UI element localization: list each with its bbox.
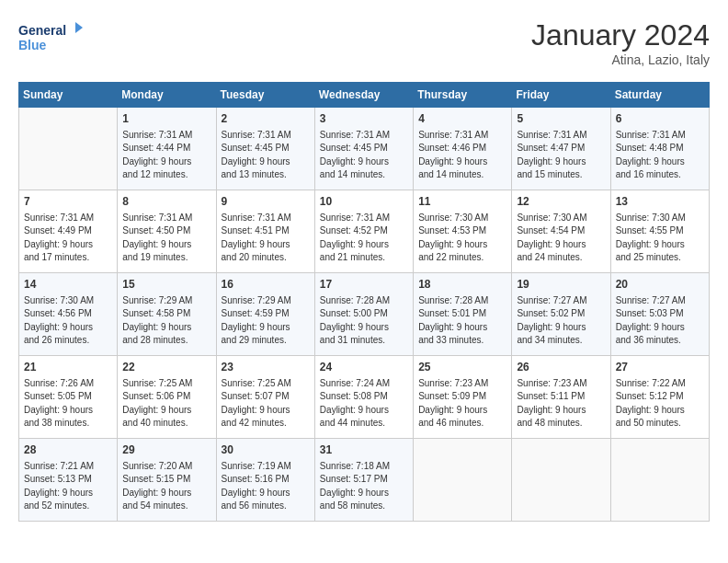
calendar-cell: 25Sunrise: 7:23 AMSunset: 5:09 PMDayligh…: [414, 356, 512, 439]
day-info: Sunrise: 7:31 AMSunset: 4:47 PMDaylight:…: [517, 129, 605, 182]
calendar-cell: 9Sunrise: 7:31 AMSunset: 4:51 PMDaylight…: [216, 190, 314, 273]
day-info: Sunrise: 7:31 AMSunset: 4:50 PMDaylight:…: [122, 212, 210, 265]
day-number: 18: [418, 277, 506, 293]
weekday-header-monday: Monday: [118, 83, 216, 108]
calendar-cell: 1Sunrise: 7:31 AMSunset: 4:44 PMDaylight…: [118, 108, 216, 190]
calendar-cell: 3Sunrise: 7:31 AMSunset: 4:45 PMDaylight…: [314, 108, 413, 190]
location-subtitle: Atina, Lazio, Italy: [531, 52, 710, 67]
day-info: Sunrise: 7:30 AMSunset: 4:54 PMDaylight:…: [517, 212, 605, 265]
day-number: 7: [24, 194, 112, 210]
day-number: 12: [517, 194, 605, 210]
calendar-cell: 2Sunrise: 7:31 AMSunset: 4:45 PMDaylight…: [216, 108, 314, 190]
svg-text:Blue: Blue: [18, 38, 47, 52]
calendar-cell: 11Sunrise: 7:30 AMSunset: 4:53 PMDayligh…: [414, 190, 512, 273]
day-info: Sunrise: 7:31 AMSunset: 4:46 PMDaylight:…: [418, 129, 506, 182]
day-number: 10: [320, 194, 408, 210]
weekday-header-friday: Friday: [512, 83, 610, 108]
calendar-cell: 20Sunrise: 7:27 AMSunset: 5:03 PMDayligh…: [610, 273, 709, 356]
week-row-3: 14Sunrise: 7:30 AMSunset: 4:56 PMDayligh…: [19, 273, 710, 356]
calendar-cell: 29Sunrise: 7:20 AMSunset: 5:15 PMDayligh…: [118, 439, 216, 522]
day-number: 24: [320, 360, 408, 375]
svg-text:General: General: [18, 23, 66, 38]
day-info: Sunrise: 7:30 AMSunset: 4:55 PMDaylight:…: [616, 212, 704, 265]
day-number: 14: [24, 277, 112, 293]
month-title: January 2024: [531, 18, 710, 52]
day-info: Sunrise: 7:25 AMSunset: 5:06 PMDaylight:…: [122, 377, 210, 431]
day-number: 17: [320, 277, 408, 293]
day-info: Sunrise: 7:26 AMSunset: 5:05 PMDaylight:…: [24, 377, 112, 431]
week-row-5: 28Sunrise: 7:21 AMSunset: 5:13 PMDayligh…: [19, 439, 710, 522]
day-info: Sunrise: 7:21 AMSunset: 5:13 PMDaylight:…: [24, 460, 112, 513]
day-number: 15: [122, 277, 210, 293]
day-number: 25: [418, 360, 506, 375]
day-number: 13: [616, 194, 704, 210]
logo-svg: General Blue: [18, 18, 83, 60]
calendar-cell: 18Sunrise: 7:28 AMSunset: 5:01 PMDayligh…: [414, 273, 512, 356]
day-info: Sunrise: 7:29 AMSunset: 4:59 PMDaylight:…: [222, 294, 310, 348]
weekday-header-thursday: Thursday: [414, 83, 512, 108]
day-number: 5: [517, 111, 605, 127]
day-info: Sunrise: 7:27 AMSunset: 5:03 PMDaylight:…: [616, 294, 704, 348]
day-number: 4: [418, 111, 506, 127]
calendar-cell: 4Sunrise: 7:31 AMSunset: 4:46 PMDaylight…: [414, 108, 512, 190]
weekday-header-saturday: Saturday: [610, 83, 709, 108]
svg-marker-2: [75, 22, 83, 33]
calendar-cell: 5Sunrise: 7:31 AMSunset: 4:47 PMDaylight…: [512, 108, 610, 190]
day-info: Sunrise: 7:31 AMSunset: 4:45 PMDaylight:…: [222, 129, 310, 182]
day-number: 28: [24, 442, 112, 458]
day-number: 16: [222, 277, 310, 293]
calendar-table: SundayMondayTuesdayWednesdayThursdayFrid…: [18, 82, 710, 522]
day-number: 9: [222, 194, 310, 210]
day-info: Sunrise: 7:29 AMSunset: 4:58 PMDaylight:…: [122, 294, 210, 348]
logo: General Blue: [18, 18, 83, 60]
day-number: 19: [517, 277, 605, 293]
calendar-cell: [512, 439, 610, 522]
day-info: Sunrise: 7:31 AMSunset: 4:52 PMDaylight:…: [320, 212, 408, 265]
day-number: 6: [616, 111, 704, 127]
day-number: 20: [616, 277, 704, 293]
day-info: Sunrise: 7:19 AMSunset: 5:16 PMDaylight:…: [222, 460, 310, 513]
day-number: 23: [222, 360, 310, 375]
day-info: Sunrise: 7:23 AMSunset: 5:11 PMDaylight:…: [517, 377, 605, 431]
page-header: General Blue January 2024 Atina, Lazio, …: [18, 18, 710, 67]
day-info: Sunrise: 7:28 AMSunset: 5:00 PMDaylight:…: [320, 294, 408, 348]
day-info: Sunrise: 7:31 AMSunset: 4:44 PMDaylight:…: [122, 129, 210, 182]
day-info: Sunrise: 7:28 AMSunset: 5:01 PMDaylight:…: [418, 294, 506, 348]
calendar-cell: 28Sunrise: 7:21 AMSunset: 5:13 PMDayligh…: [19, 439, 118, 522]
day-info: Sunrise: 7:25 AMSunset: 5:07 PMDaylight:…: [222, 377, 310, 431]
weekday-header-wednesday: Wednesday: [314, 83, 413, 108]
day-info: Sunrise: 7:22 AMSunset: 5:12 PMDaylight:…: [616, 377, 704, 431]
day-number: 2: [222, 111, 310, 127]
day-number: 11: [418, 194, 506, 210]
day-info: Sunrise: 7:24 AMSunset: 5:08 PMDaylight:…: [320, 377, 408, 431]
calendar-cell: 14Sunrise: 7:30 AMSunset: 4:56 PMDayligh…: [19, 273, 118, 356]
calendar-cell: 13Sunrise: 7:30 AMSunset: 4:55 PMDayligh…: [610, 190, 709, 273]
day-info: Sunrise: 7:23 AMSunset: 5:09 PMDaylight:…: [418, 377, 506, 431]
day-number: 22: [122, 360, 210, 375]
calendar-cell: 31Sunrise: 7:18 AMSunset: 5:17 PMDayligh…: [314, 439, 413, 522]
day-info: Sunrise: 7:30 AMSunset: 4:53 PMDaylight:…: [418, 212, 506, 265]
week-row-2: 7Sunrise: 7:31 AMSunset: 4:49 PMDaylight…: [19, 190, 710, 273]
week-row-1: 1Sunrise: 7:31 AMSunset: 4:44 PMDaylight…: [19, 108, 710, 190]
day-info: Sunrise: 7:31 AMSunset: 4:45 PMDaylight:…: [320, 129, 408, 182]
weekday-header-sunday: Sunday: [19, 83, 118, 108]
title-block: January 2024 Atina, Lazio, Italy: [531, 18, 710, 67]
weekday-header-row: SundayMondayTuesdayWednesdayThursdayFrid…: [19, 83, 710, 108]
calendar-cell: [19, 108, 118, 190]
calendar-cell: 21Sunrise: 7:26 AMSunset: 5:05 PMDayligh…: [19, 356, 118, 439]
day-info: Sunrise: 7:31 AMSunset: 4:49 PMDaylight:…: [24, 212, 112, 265]
calendar-cell: 8Sunrise: 7:31 AMSunset: 4:50 PMDaylight…: [118, 190, 216, 273]
week-row-4: 21Sunrise: 7:26 AMSunset: 5:05 PMDayligh…: [19, 356, 710, 439]
day-info: Sunrise: 7:31 AMSunset: 4:51 PMDaylight:…: [222, 212, 310, 265]
calendar-cell: 17Sunrise: 7:28 AMSunset: 5:00 PMDayligh…: [314, 273, 413, 356]
calendar-cell: 26Sunrise: 7:23 AMSunset: 5:11 PMDayligh…: [512, 356, 610, 439]
calendar-cell: 6Sunrise: 7:31 AMSunset: 4:48 PMDaylight…: [610, 108, 709, 190]
calendar-cell: 12Sunrise: 7:30 AMSunset: 4:54 PMDayligh…: [512, 190, 610, 273]
calendar-cell: 23Sunrise: 7:25 AMSunset: 5:07 PMDayligh…: [216, 356, 314, 439]
day-info: Sunrise: 7:31 AMSunset: 4:48 PMDaylight:…: [616, 129, 704, 182]
calendar-cell: 22Sunrise: 7:25 AMSunset: 5:06 PMDayligh…: [118, 356, 216, 439]
calendar-cell: 27Sunrise: 7:22 AMSunset: 5:12 PMDayligh…: [610, 356, 709, 439]
calendar-cell: 30Sunrise: 7:19 AMSunset: 5:16 PMDayligh…: [216, 439, 314, 522]
day-number: 21: [24, 360, 112, 375]
day-number: 30: [222, 442, 310, 458]
